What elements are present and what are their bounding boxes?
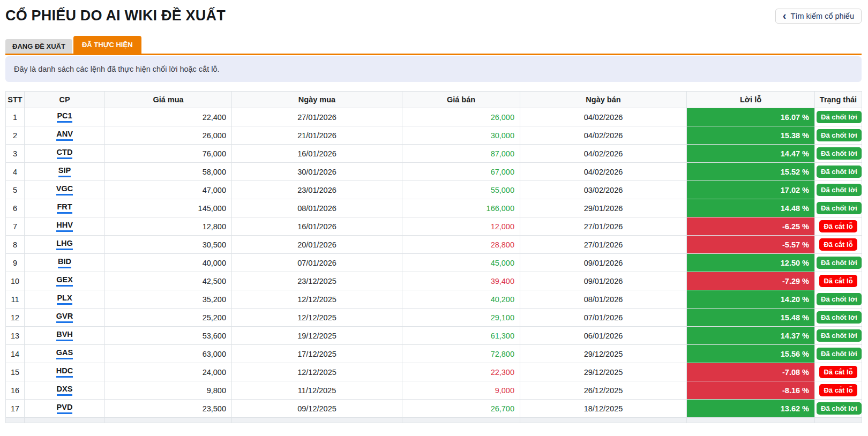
table-row: 1 PC1 22,400 27/01/2026 26,000 04/02/202… xyxy=(6,108,862,126)
buy-price: 9,800 xyxy=(105,381,232,400)
partially-visible-row xyxy=(6,418,862,423)
profit-loss-percent: -8.16 % xyxy=(687,381,814,399)
buy-price: 35,200 xyxy=(105,290,232,309)
row-index: 10 xyxy=(6,272,25,290)
status-badge: Đã chốt lời xyxy=(817,402,862,415)
stock-code-link[interactable]: DXS xyxy=(57,385,73,396)
sell-date: 06/01/2026 xyxy=(520,327,687,345)
profit-loss-cell: 16.07 % xyxy=(687,108,815,126)
status-cell: Đã cắt lỗ xyxy=(815,272,862,290)
status-badge: Đã chốt lời xyxy=(817,311,862,324)
sell-date: 03/02/2026 xyxy=(520,181,687,199)
status-cell: Đã cắt lỗ xyxy=(815,381,862,400)
profit-loss-cell: 14.37 % xyxy=(687,327,815,345)
table-row: 13 BVH 53,600 19/12/2025 61,300 06/01/20… xyxy=(6,327,862,345)
buy-date: 20/01/2026 xyxy=(232,236,402,254)
profit-loss-cell: 14.47 % xyxy=(687,145,815,163)
tab-dang-de-xuat[interactable]: ĐANG ĐỀ XUẤT xyxy=(5,39,72,54)
stock-code-link[interactable]: VGC xyxy=(56,185,73,196)
row-index: 14 xyxy=(6,345,25,363)
profit-loss-percent: 15.52 % xyxy=(687,163,814,181)
buy-date: 23/01/2026 xyxy=(232,181,402,199)
buy-date: 16/01/2026 xyxy=(232,145,402,163)
sell-price: 45,000 xyxy=(402,254,520,272)
stock-code-link[interactable]: BID xyxy=(58,258,71,268)
table-row: 10 GEX 42,500 23/12/2025 39,400 09/01/20… xyxy=(6,272,862,290)
buy-price: 63,000 xyxy=(105,345,232,363)
tab-bar: ĐANG ĐỀ XUẤT ĐÃ THỰC HIỆN xyxy=(5,36,862,55)
sell-date: 09/01/2026 xyxy=(520,272,687,290)
profit-loss-cell: 17.02 % xyxy=(687,181,815,199)
stock-code-link[interactable]: SIP xyxy=(58,167,71,177)
stock-code-link[interactable]: GEX xyxy=(56,276,73,287)
sell-price: 40,200 xyxy=(402,290,520,309)
sell-date: 27/01/2026 xyxy=(520,236,687,254)
status-cell: Đã chốt lời xyxy=(815,145,862,163)
buy-date: 09/12/2025 xyxy=(232,400,402,418)
status-cell: Đã chốt lời xyxy=(815,199,862,217)
sell-date: 09/01/2026 xyxy=(520,254,687,272)
sell-date: 04/02/2026 xyxy=(520,126,687,145)
buy-date: 08/01/2026 xyxy=(232,199,402,217)
stock-code-link[interactable]: GVR xyxy=(56,312,73,323)
profit-loss-cell: -8.16 % xyxy=(687,381,815,400)
profit-loss-cell: 13.62 % xyxy=(687,400,815,418)
profit-loss-percent: 14.48 % xyxy=(687,199,814,217)
profit-loss-cell: 15.56 % xyxy=(687,345,815,363)
stock-code-link[interactable]: BVH xyxy=(56,330,73,341)
stock-code-link[interactable]: FRT xyxy=(57,203,72,214)
search-stock-button[interactable]: ‹ Tìm kiếm cổ phiếu xyxy=(775,9,862,24)
row-index: 2 xyxy=(6,126,25,145)
status-cell: Đã cắt lỗ xyxy=(815,363,862,381)
row-index: 5 xyxy=(6,181,25,199)
stock-code-link[interactable]: PVD xyxy=(57,403,73,414)
col-header-ngay-ban: Ngày bán xyxy=(520,92,687,108)
top-bar: CỔ PHIẾU DO AI WIKI ĐỀ XUẤT ‹ Tìm kiếm c… xyxy=(5,7,862,24)
stock-code-link[interactable]: HDC xyxy=(56,367,73,378)
col-header-gia-mua: Giá mua xyxy=(105,92,232,108)
table-row: 11 PLX 35,200 12/12/2025 40,200 08/01/20… xyxy=(6,290,862,309)
status-badge: Đã chốt lời xyxy=(817,147,862,160)
status-badge: Đã chốt lời xyxy=(817,257,862,269)
profit-loss-cell: 12.50 % xyxy=(687,254,815,272)
sell-date: 29/12/2025 xyxy=(520,345,687,363)
profit-loss-percent: 17.02 % xyxy=(687,181,814,199)
sell-price: 22,300 xyxy=(402,363,520,381)
stock-code-link[interactable]: CTD xyxy=(57,148,73,159)
profit-loss-percent: -5.57 % xyxy=(687,236,814,253)
col-header-cp: CP xyxy=(25,92,105,108)
sell-date: 07/01/2026 xyxy=(520,309,687,327)
table-row: 16 DXS 9,800 11/12/2025 9,000 26/12/2025… xyxy=(6,381,862,400)
profit-loss-percent: 16.07 % xyxy=(687,108,814,126)
profit-loss-percent: 15.38 % xyxy=(687,126,814,144)
buy-date: 16/01/2026 xyxy=(232,217,402,236)
stock-code-link[interactable]: GAS xyxy=(56,349,73,359)
status-badge: Đã chốt lời xyxy=(817,293,862,306)
status-cell: Đã cắt lỗ xyxy=(815,236,862,254)
sell-date: 08/01/2026 xyxy=(520,290,687,309)
profit-loss-cell: -7.29 % xyxy=(687,272,815,290)
status-badge: Đã chốt lời xyxy=(817,184,862,197)
buy-price: 22,400 xyxy=(105,108,232,126)
col-header-stt: STT xyxy=(6,92,25,108)
stock-code-link[interactable]: LHG xyxy=(56,239,73,250)
table-row: 15 HDC 24,000 12/12/2025 22,300 29/12/20… xyxy=(6,363,862,381)
page: CỔ PHIẾU DO AI WIKI ĐỀ XUẤT ‹ Tìm kiếm c… xyxy=(0,0,868,423)
table-row: 6 FRT 145,000 08/01/2026 166,000 29/01/2… xyxy=(6,199,862,217)
stock-code-link[interactable]: ANV xyxy=(56,130,73,141)
stock-code-link[interactable]: PC1 xyxy=(57,112,72,123)
row-index: 12 xyxy=(6,309,25,327)
row-index: 4 xyxy=(6,163,25,181)
stock-code-link[interactable]: PLX xyxy=(57,294,72,305)
profit-loss-cell: -7.08 % xyxy=(687,363,815,381)
profit-loss-percent: 14.47 % xyxy=(687,145,814,162)
sell-price: 12,000 xyxy=(402,217,520,236)
tab-da-thuc-hien[interactable]: ĐÃ THỰC HIỆN xyxy=(73,36,141,54)
sell-date: 29/12/2025 xyxy=(520,363,687,381)
buy-date: 12/12/2025 xyxy=(232,363,402,381)
status-badge: Đã cắt lỗ xyxy=(819,384,857,397)
stock-code-link[interactable]: HHV xyxy=(56,221,73,232)
status-cell: Đã chốt lời xyxy=(815,327,862,345)
buy-date: 07/01/2026 xyxy=(232,254,402,272)
profit-loss-cell: 15.38 % xyxy=(687,126,815,145)
